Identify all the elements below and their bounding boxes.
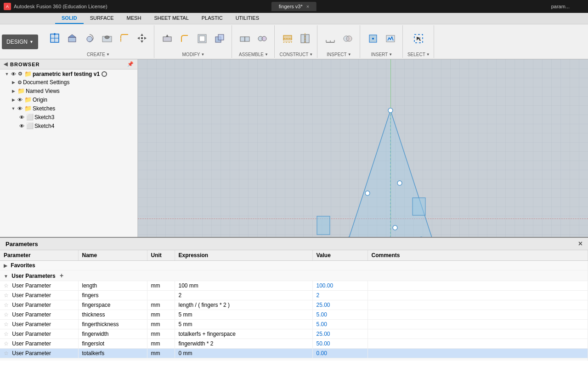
user-params-toggle[interactable]: ▼ xyxy=(4,274,8,279)
param-star-icon[interactable]: ☆ xyxy=(4,331,9,337)
param-star-icon[interactable]: ☆ xyxy=(4,302,9,308)
tree-origin[interactable]: ▶ 👁 📁 Origin xyxy=(0,95,137,104)
file-tab[interactable]: fingers v3* × xyxy=(271,2,317,11)
param-name-cell[interactable]: fingerwidth xyxy=(78,329,147,339)
ribbon-tab-sheetmetal[interactable]: SHEET METAL xyxy=(147,13,195,24)
ribbon-tab-solid[interactable]: SOLID xyxy=(55,13,84,24)
insert-derive-btn[interactable] xyxy=(365,30,381,47)
param-star-icon[interactable]: ☆ xyxy=(4,282,9,289)
extrude-btn[interactable] xyxy=(64,30,80,47)
param-expression-cell[interactable]: 100 mm xyxy=(175,281,312,291)
param-expression-cell[interactable]: 5 mm xyxy=(175,310,312,320)
assemble-label[interactable]: ASSEMBLE ▼ xyxy=(239,52,268,57)
origin-eye-icon[interactable]: 👁 xyxy=(17,97,23,103)
param-row[interactable]: ☆ User Parameter length mm 100 mm 100.00 xyxy=(0,281,588,291)
named-views-arrow[interactable]: ▶ xyxy=(10,89,17,93)
insert-label[interactable]: INSERT ▼ xyxy=(371,52,392,57)
param-name-cell[interactable]: length xyxy=(78,281,147,291)
browser-collapse-btn[interactable]: ◀ xyxy=(4,61,7,67)
param-row[interactable]: ☆ User Parameter fingerthickness mm 5 mm… xyxy=(0,320,588,329)
select-btn[interactable] xyxy=(410,30,427,47)
param-expression-cell[interactable]: totalkerfs + fingerspace xyxy=(175,329,312,339)
param-row[interactable]: ☆ User Parameter thickness mm 5 mm 5.00 xyxy=(0,310,588,320)
root-expand-arrow[interactable]: ▼ xyxy=(4,72,10,76)
param-comments-cell[interactable] xyxy=(368,300,588,310)
measure-btn[interactable] xyxy=(322,30,339,47)
root-visibility-toggle[interactable]: 👁 xyxy=(11,71,16,77)
tree-root-item[interactable]: ▼ 👁 ⚙ 📁 parametric kerf testing v1 xyxy=(0,69,137,78)
new-component-btn[interactable] xyxy=(237,30,253,47)
param-row[interactable]: ☆ User Parameter fingerspace mm length /… xyxy=(0,300,588,310)
param-comments-cell[interactable] xyxy=(368,329,588,339)
param-name-cell[interactable]: thickness xyxy=(78,310,147,320)
ribbon-tab-surface[interactable]: SURFACE xyxy=(84,13,120,24)
param-star-icon[interactable]: ☆ xyxy=(4,292,9,299)
user-params-section-label[interactable]: ▼ User Parameters + xyxy=(0,270,588,281)
model-params-section-label[interactable]: ▶ Model Parameters xyxy=(0,358,588,361)
param-star-icon[interactable]: ☆ xyxy=(4,311,9,318)
param-row[interactable]: ☆ User Parameter fingerwidth mm totalker… xyxy=(0,329,588,339)
param-name-cell[interactable]: fingerspace xyxy=(78,300,147,310)
move-btn[interactable] xyxy=(134,30,150,47)
hole-btn[interactable] xyxy=(99,30,115,47)
param-comments-cell[interactable] xyxy=(368,320,588,329)
tree-named-views[interactable]: ▶ 📁 Named Views xyxy=(0,86,137,95)
param-comments-cell[interactable] xyxy=(368,281,588,291)
joint-btn[interactable] xyxy=(254,30,271,47)
param-comments-cell[interactable] xyxy=(368,310,588,320)
fillet-btn[interactable] xyxy=(116,30,133,47)
inspect-label[interactable]: INSPECT ▼ xyxy=(327,52,351,57)
param-name-cell[interactable]: fingerslot xyxy=(78,339,147,349)
param-expression-cell[interactable]: 2 xyxy=(175,291,312,300)
interference-btn[interactable] xyxy=(339,30,356,47)
shell-btn[interactable] xyxy=(194,30,210,47)
param-comments-cell[interactable] xyxy=(368,291,588,300)
modify-label[interactable]: MODIFY ▼ xyxy=(182,52,205,57)
favorites-section-label[interactable]: ▶ Favorites xyxy=(0,261,588,270)
create-sketch-btn[interactable] xyxy=(46,30,63,47)
doc-settings-arrow[interactable]: ▶ xyxy=(10,80,17,85)
param-comments-cell[interactable] xyxy=(368,339,588,349)
browser-pin-btn[interactable]: 📌 xyxy=(127,61,134,67)
param-expression-cell[interactable]: 5 mm xyxy=(175,320,312,329)
offset-plane-btn[interactable] xyxy=(279,30,296,47)
midplane-btn[interactable] xyxy=(297,30,313,47)
param-row[interactable]: ☆ User Parameter fingerslot mm fingerwid… xyxy=(0,339,588,349)
param-expression-cell[interactable]: length / ( fingers * 2 ) xyxy=(175,300,312,310)
fillet2-btn[interactable] xyxy=(176,30,193,47)
design-button[interactable]: DESIGN ▼ xyxy=(2,34,38,49)
tree-sketches[interactable]: ▼ 👁 📁 Sketches xyxy=(0,104,137,113)
ribbon-tab-utilities[interactable]: UTILITIES xyxy=(229,13,266,24)
params-close-btn[interactable]: × xyxy=(578,240,582,248)
origin-arrow[interactable]: ▶ xyxy=(10,98,17,102)
sketch3-eye-icon[interactable]: 👁 xyxy=(19,115,24,120)
params-scroll-area[interactable]: Parameter Name Unit Expression Value Com… xyxy=(0,250,588,361)
favorites-toggle[interactable]: ▶ xyxy=(4,263,7,268)
param-name-cell[interactable]: fingers xyxy=(78,291,147,300)
param-star-icon[interactable]: ☆ xyxy=(4,321,9,328)
param-star-icon[interactable]: ☆ xyxy=(4,350,9,356)
param-row[interactable]: ☆ User Parameter fingers 2 2 xyxy=(0,291,588,300)
sketches-eye-icon[interactable]: 👁 xyxy=(17,106,23,111)
root-settings-icon[interactable]: ⚙ xyxy=(18,71,23,77)
param-name-cell[interactable]: totalkerfs xyxy=(78,349,147,358)
revolve-btn[interactable] xyxy=(81,30,98,47)
param-expression-cell[interactable]: fingerwidth * 2 xyxy=(175,339,312,349)
select-label[interactable]: SELECT ▼ xyxy=(407,52,430,57)
sketch4-eye-icon[interactable]: 👁 xyxy=(19,123,24,129)
param-comments-cell[interactable] xyxy=(368,349,588,358)
param-name-cell[interactable]: fingerthickness xyxy=(78,320,147,329)
press-pull-btn[interactable] xyxy=(159,30,175,47)
tab-close-btn[interactable]: × xyxy=(306,4,309,9)
add-user-param-btn[interactable]: + xyxy=(60,272,63,279)
combine-btn[interactable] xyxy=(211,30,228,47)
ribbon-tab-mesh[interactable]: MESH xyxy=(120,13,148,24)
tree-sketch4[interactable]: 👁 ⬜ Sketch4 xyxy=(0,121,137,130)
param-expression-cell[interactable]: 0 mm xyxy=(175,349,312,358)
ribbon-tab-plastic[interactable]: PLASTIC xyxy=(195,13,229,24)
tree-sketch3[interactable]: 👁 ⬜ Sketch3 xyxy=(0,113,137,121)
param-row[interactable]: ☆ User Parameter totalkerfs mm 0 mm 0.00 xyxy=(0,349,588,358)
param-star-icon[interactable]: ☆ xyxy=(4,340,9,347)
canvas-btn[interactable] xyxy=(382,30,399,47)
right-panel-tab[interactable]: param... xyxy=(551,4,570,9)
